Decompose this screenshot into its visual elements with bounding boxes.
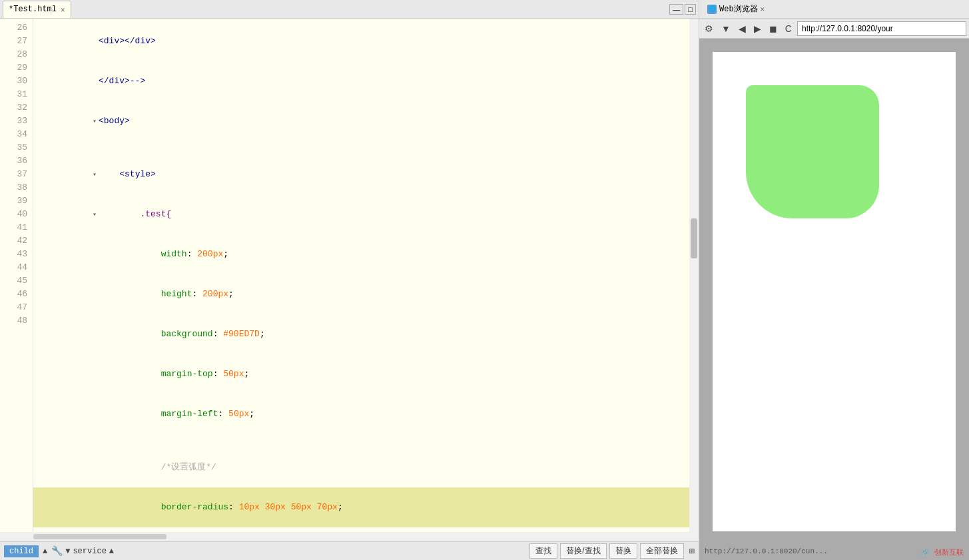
line-num-44: 44 (0, 261, 33, 274)
status-bar: child ▲ 🔧 ▼ service ▲ 查找 替换/查找 替换 全部替换 ⊞ (0, 541, 699, 560)
minimize-button[interactable]: — (669, 4, 683, 15)
brand-text: 🔗 创新互联 (920, 547, 964, 557)
line-num-36: 36 (0, 154, 33, 168)
line-num-34: 34 (0, 128, 33, 141)
tab-label: *Test.html (9, 5, 57, 14)
line-num-43: 43 (0, 248, 33, 261)
line-num-26: 26 (0, 21, 33, 35)
service-text: service (73, 547, 106, 556)
maximize-button[interactable]: □ (685, 4, 696, 15)
line-num-32: 32 (0, 101, 33, 115)
browser-page (713, 52, 956, 531)
browser-tab-bar: 🌐 Web浏览器 ✕ (699, 0, 969, 19)
code-line-40: /*分布标识 左上角 右上角 右下角 左下角*/ (33, 527, 689, 532)
fold-icon-26[interactable] (91, 38, 99, 46)
code-line-38: /*设置弧度*/ (33, 447, 689, 487)
scroll-down-button[interactable]: ▼ (65, 547, 70, 556)
editor-tab[interactable]: *Test.html ✕ (3, 1, 71, 18)
line-num-48: 48 (0, 314, 33, 328)
address-bar[interactable] (797, 21, 966, 36)
fold-icon-31[interactable]: ▾ (91, 211, 99, 219)
code-area: 26 27 28 29 30 31 32 33 34 35 36 37 38 3… (0, 19, 699, 532)
fold-icon-36 (91, 411, 99, 419)
vertical-scrollbar[interactable] (689, 19, 699, 532)
status-right-buttons: 查找 替换/查找 替换 全部替换 ⊞ (529, 543, 695, 559)
code-line-29 (33, 141, 689, 154)
replace-button[interactable]: 替换 (609, 543, 637, 559)
fold-icon-34 (91, 331, 99, 339)
browser-content (699, 39, 969, 545)
code-line-35: margin-top: 50px; (33, 354, 689, 394)
editor-tab-controls: — □ (669, 4, 696, 15)
browser-tab-close[interactable]: ✕ (761, 5, 765, 13)
line-num-41: 41 (0, 221, 33, 234)
code-line-30: ▾ <style> (33, 154, 689, 194)
line-num-46: 46 (0, 288, 33, 301)
browser-tab-icon: 🌐 (707, 5, 717, 14)
editor-panel: *Test.html ✕ — □ 26 27 28 29 30 31 32 33… (0, 0, 699, 560)
refresh-button[interactable]: C (783, 22, 795, 35)
editor-tab-bar: *Test.html ✕ — □ (0, 0, 699, 19)
line-num-30: 30 (0, 75, 33, 88)
fold-icon-35 (91, 371, 99, 379)
status-child-badge: child (4, 545, 39, 557)
find-button[interactable]: 查找 (529, 543, 557, 559)
replace-all-button[interactable]: 全部替换 (640, 543, 684, 559)
code-line-31: ▾ .test{ (33, 194, 689, 234)
scrollbar-thumb[interactable] (691, 218, 697, 258)
fold-icon-39 (91, 504, 99, 512)
line-numbers: 26 27 28 29 30 31 32 33 34 35 36 37 38 3… (0, 19, 33, 532)
code-line-37 (33, 434, 689, 447)
line-num-33: 33 (0, 115, 33, 128)
scroll-up-button[interactable]: ▲ (43, 547, 47, 556)
fold-icon-30[interactable]: ▾ (91, 171, 99, 179)
code-line-26: <div></div> (33, 21, 689, 61)
code-line-32: width: 200px; (33, 234, 689, 274)
expand-icon[interactable]: ⊞ (689, 545, 695, 557)
line-num-27: 27 (0, 35, 33, 48)
code-line-27: </div>--> (33, 61, 689, 101)
code-line-28: ▾<body> (33, 101, 689, 141)
fold-icon-38 (91, 464, 99, 472)
settings-button[interactable]: ⚙ (702, 22, 716, 35)
code-line-34: background: #90ED7D; (33, 314, 689, 354)
h-scrollbar-thumb[interactable] (33, 534, 166, 539)
line-num-28: 28 (0, 48, 33, 61)
line-num-40: 40 (0, 208, 33, 221)
code-line-33: height: 200px; (33, 274, 689, 314)
browser-footer: http://127.0.0.1:8020/cun... 🔗 创新互联 (699, 545, 969, 560)
code-lines[interactable]: <div></div> </div>--> ▾<body> ▾ <style> (33, 19, 689, 532)
browser-tab-label: Web浏览器 (719, 3, 758, 15)
browser-tab[interactable]: 🌐 Web浏览器 ✕ (702, 1, 770, 18)
settings-dropdown-button[interactable]: ▼ (719, 22, 733, 35)
line-num-29: 29 (0, 61, 33, 75)
tab-close-icon[interactable]: ✕ (61, 5, 65, 14)
line-num-39: 39 (0, 194, 33, 208)
service-icon: 🔧 (51, 545, 63, 557)
main-area: *Test.html ✕ — □ 26 27 28 29 30 31 32 33… (0, 0, 969, 560)
browser-toolbar: ⚙ ▼ ◀ ▶ ◼ C (699, 19, 969, 39)
scroll-down2-button[interactable]: ▲ (109, 547, 114, 556)
horizontal-scrollbar[interactable] (0, 532, 699, 541)
status-service-area: 🔧 ▼ service ▲ (51, 545, 525, 557)
forward-button[interactable]: ▶ (751, 22, 764, 35)
fold-icon-33 (91, 291, 99, 299)
fold-icon-27 (91, 78, 99, 86)
replace-find-button[interactable]: 替换/查找 (560, 543, 606, 559)
fold-icon-32 (91, 251, 99, 259)
line-num-31: 31 (0, 88, 33, 101)
line-num-45: 45 (0, 274, 33, 288)
line-num-47: 47 (0, 301, 33, 314)
code-line-39: border-radius: 10px 30px 50px 70px; (33, 487, 689, 527)
line-num-35: 35 (0, 141, 33, 154)
browser-panel: 🌐 Web浏览器 ✕ ⚙ ▼ ◀ ▶ ◼ C http://127.0.0.1:… (699, 0, 969, 560)
code-line-36: margin-left: 50px; (33, 394, 689, 434)
line-num-38: 38 (0, 181, 33, 194)
back-button[interactable]: ◀ (736, 22, 749, 35)
demo-box (746, 85, 879, 218)
footer-url: http://127.0.0.1:8020/cun... (705, 547, 828, 555)
fold-icon-28[interactable]: ▾ (91, 118, 99, 126)
line-num-42: 42 (0, 234, 33, 248)
line-num-37: 37 (0, 168, 33, 181)
stop-button[interactable]: ◼ (767, 22, 780, 35)
